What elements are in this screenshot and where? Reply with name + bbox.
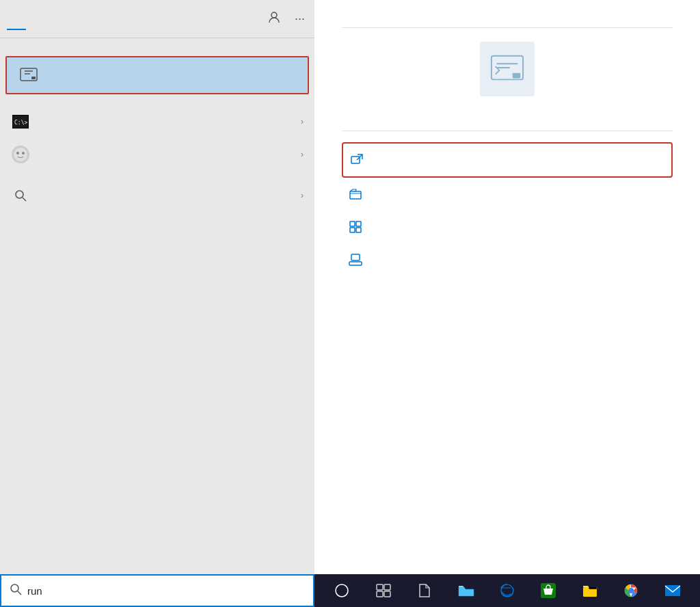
command-prompt-icon: C:\> (11, 112, 30, 131)
person-icon[interactable] (265, 8, 284, 30)
svg-rect-17 (350, 228, 355, 232)
svg-rect-25 (384, 584, 390, 590)
svg-point-5 (14, 148, 27, 161)
open-icon (349, 152, 365, 168)
search-panel: ··· (0, 0, 314, 574)
svg-rect-19 (349, 262, 362, 265)
amd-icon (11, 145, 30, 164)
file-location-icon (347, 186, 364, 202)
action-open[interactable] (342, 142, 673, 178)
tabs-bar: ··· (0, 0, 314, 38)
search-icon (11, 186, 30, 205)
svg-rect-12 (351, 157, 360, 163)
svg-line-22 (18, 591, 21, 595)
svg-rect-16 (356, 221, 361, 226)
taskbar-icon-file-explorer[interactable] (576, 577, 604, 604)
svg-rect-24 (377, 584, 383, 590)
svg-rect-18 (356, 228, 361, 232)
svg-point-6 (16, 152, 19, 154)
best-match-item-run[interactable] (5, 56, 309, 94)
results-list: C:\> › › (0, 38, 314, 574)
svg-rect-15 (350, 221, 355, 226)
search-box[interactable] (0, 574, 314, 607)
svg-rect-27 (384, 591, 390, 597)
taskbar-icons-area (314, 577, 700, 604)
best-match-label (0, 45, 314, 53)
detail-panel (314, 0, 700, 574)
svg-rect-14 (350, 191, 361, 199)
pin-taskbar-icon (347, 252, 364, 268)
detail-run-icon (480, 42, 535, 96)
tab-documents[interactable] (45, 14, 64, 25)
svg-point-0 (271, 12, 277, 18)
chevron-right-icon: › (301, 117, 304, 126)
tab-web[interactable] (64, 14, 83, 25)
tab-apps[interactable] (26, 14, 45, 25)
tab-all[interactable] (7, 14, 26, 25)
svg-line-9 (23, 198, 26, 201)
action-pin-taskbar[interactable] (342, 243, 673, 276)
svg-rect-26 (377, 591, 383, 597)
list-item-amd-wizard[interactable]: › (0, 138, 314, 171)
taskbar-icon-folder[interactable] (453, 577, 480, 604)
ellipsis-icon[interactable]: ··· (292, 9, 308, 29)
chevron-right-icon-3: › (301, 191, 304, 200)
svg-point-21 (11, 584, 18, 592)
list-item-web-search[interactable]: › (0, 179, 314, 212)
search-input[interactable] (27, 585, 305, 597)
taskbar-icon-store[interactable] (535, 577, 562, 604)
action-list (342, 142, 673, 276)
svg-point-8 (16, 191, 23, 198)
taskbar-icon-circle[interactable] (328, 577, 355, 604)
taskbar-icon-chrome[interactable] (617, 577, 645, 604)
svg-rect-20 (351, 254, 360, 260)
taskbar-icon-edge[interactable] (494, 577, 521, 604)
chevron-right-icon-2: › (301, 150, 304, 159)
svg-point-23 (336, 584, 348, 597)
top-divider (342, 27, 673, 28)
svg-rect-2 (31, 77, 36, 79)
tabs-action-icons: ··· (265, 8, 308, 30)
taskbar (0, 574, 700, 607)
web-section-label (0, 171, 314, 179)
svg-text:C:\>: C:\> (14, 120, 27, 126)
mid-divider (342, 131, 673, 131)
svg-rect-33 (665, 585, 680, 596)
tab-more[interactable] (83, 14, 105, 25)
search-box-icon (10, 583, 22, 598)
settings-section-label (0, 212, 314, 220)
svg-rect-11 (513, 73, 521, 79)
svg-point-7 (22, 152, 25, 154)
list-item-command-prompt[interactable]: C:\> › (0, 105, 314, 138)
taskbar-icon-mail[interactable] (659, 577, 686, 604)
run-app-icon (18, 64, 40, 86)
svg-point-32 (629, 589, 634, 593)
pin-start-icon (347, 219, 364, 235)
action-open-file-location[interactable] (342, 178, 673, 211)
action-pin-start[interactable] (342, 211, 673, 243)
apps-section-label (0, 97, 314, 105)
taskbar-icon-taskview[interactable] (370, 577, 397, 604)
taskbar-icon-file[interactable] (411, 577, 438, 604)
